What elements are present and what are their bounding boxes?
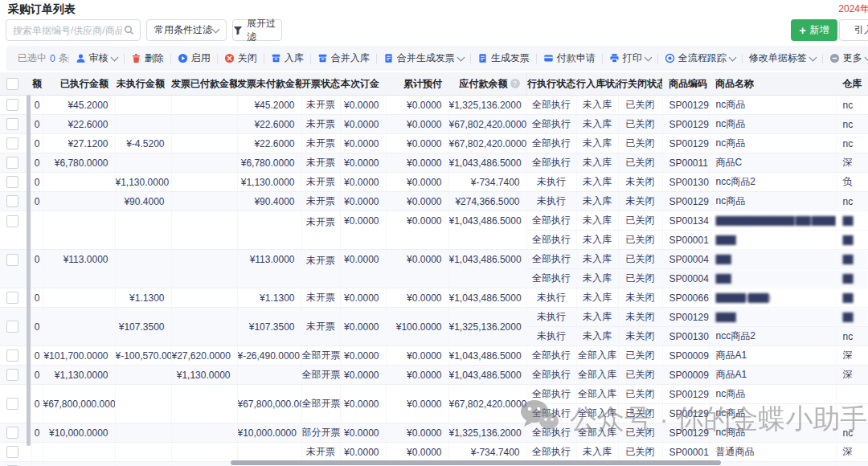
col-header-line_exec: 行执行状态 (526, 72, 576, 96)
toolbar-audit-button[interactable]: 审核 (76, 51, 117, 65)
import-button[interactable]: 引入 (839, 19, 868, 41)
cell-clip (31, 443, 43, 462)
cell-invoice_unpaid: ¥-26,490.0000 (237, 346, 301, 366)
cell-line_inbound: 未入库 (576, 115, 618, 134)
cell-payable_balance: ¥1,043,486.5000 (448, 153, 526, 173)
search-icon[interactable] (124, 25, 140, 35)
row-checkbox[interactable] (6, 254, 18, 266)
expand-filter-button[interactable]: 展开过滤 (232, 19, 282, 41)
plus-icon: + (799, 25, 805, 36)
toolbar-separator (68, 54, 69, 63)
table-row[interactable]: 0¥90.4000¥90.4000未开票¥0.0000¥0.0000¥274,3… (0, 192, 868, 211)
table-row[interactable]: 0¥10,000.0000¥10,000.0000部分开票¥0.0000¥0.0… (0, 423, 868, 443)
table-row[interactable]: 未开票¥0.0000¥0.0000¥-734.7400全部执行未入库已关闭SP0… (0, 443, 868, 462)
cell-clip: 0 (31, 115, 43, 134)
cell-payable_balance: ¥1,325,136.2000 (448, 96, 526, 115)
row-checkbox[interactable] (6, 427, 18, 439)
table-row[interactable]: 0¥27.1200¥-4.5200¥22.6000未开票¥0.0000¥0.00… (0, 134, 868, 153)
table-row[interactable]: 0¥67,800,000.0000¥67,800,000.0000全部开票¥0.… (0, 385, 868, 404)
cell-unexec_amount (115, 96, 171, 115)
table-row[interactable]: 0¥1,130.0000¥1,130.0000全部开票¥0.0000¥0.000… (0, 366, 868, 385)
search-box[interactable] (6, 19, 141, 41)
table-row[interactable]: 0¥1.1300¥1.1300未开票¥0.0000¥0.0000¥1,043,4… (0, 288, 868, 308)
toolbar-full-track-button[interactable]: 全流程跟踪 (665, 51, 735, 65)
cell-invoice_paid (171, 96, 237, 115)
toolbar-print-button[interactable]: 打印 (609, 51, 651, 65)
row-checkbox[interactable] (6, 398, 18, 410)
table-row[interactable]: 0¥101,700.0000¥-100,570.0000¥27,620.0000… (0, 346, 868, 366)
cell-product_name: nc商品 (709, 423, 836, 443)
closec-icon (224, 53, 235, 63)
row-checkbox[interactable] (6, 118, 18, 130)
info-icon[interactable]: ? (510, 79, 520, 88)
row-checkbox[interactable] (6, 99, 18, 111)
table-row[interactable]: 0¥107.3500¥107.3500未开票¥0.0000¥100.0000¥1… (0, 308, 868, 327)
cell-warehouse: ██ (836, 288, 868, 308)
search-input[interactable] (6, 25, 124, 36)
cell-invoice_status: 未开票 (301, 153, 340, 173)
table-row[interactable]: 0¥1,130.0000¥1,130.0000未开票¥0.0000¥0.0000… (0, 173, 868, 192)
selected-count-info: 已选中 0 条 (18, 51, 68, 65)
row-checkbox[interactable] (6, 176, 18, 188)
play-icon (178, 53, 188, 63)
add-button[interactable]: + 新增 (791, 19, 837, 41)
cell-product_name: 普通商品 (709, 443, 836, 462)
cell-clip: 0 (31, 134, 43, 153)
col-header-sel[interactable] (0, 72, 31, 96)
cell-clip: 0 (31, 423, 43, 443)
row-checkbox[interactable] (6, 350, 18, 362)
vertical-scrollbar[interactable] (27, 95, 31, 446)
toolbar-enable-button[interactable]: 启用 (178, 51, 211, 65)
toolbar-more-button[interactable]: 更多 (829, 51, 868, 65)
toolbar-merge-gen-invoice-button[interactable]: 合并生成发票 (383, 51, 464, 65)
toolbar-merge-inbound-button[interactable]: 合并入库 (317, 51, 370, 65)
toolbar-modify-tag-button[interactable]: 修改单据标签 (749, 51, 816, 65)
cell-exec_amount (43, 443, 115, 462)
cell-line_exec: 全部执行 (526, 134, 576, 153)
cell-prepaid: ¥0.0000 (386, 250, 448, 288)
horizontal-scrollbar[interactable] (231, 460, 721, 465)
toolbar-separator (310, 54, 311, 63)
cell-payable_balance: ¥1,325,136.2000 (448, 423, 526, 443)
toolbar-delete-button[interactable]: 删除 (131, 51, 164, 65)
row-checkbox[interactable] (6, 157, 18, 169)
box-icon (271, 53, 281, 63)
row-checkbox[interactable] (6, 215, 18, 227)
bulk-action-toolbar: 已选中 0 条 审核删除启用关闭入库合并入库合并生成发票生成发票付款申请打印全流… (6, 46, 868, 71)
row-checkbox[interactable] (6, 195, 18, 207)
cell-invoice_paid (171, 211, 237, 250)
row-checkbox[interactable] (6, 446, 18, 458)
table-row[interactable]: 未开票¥0.0000¥0.0000¥1,043,486.5000全部执行未入库已… (0, 211, 868, 231)
cell-warehouse: 深 (836, 153, 868, 173)
cell-unexec_amount (115, 366, 171, 385)
purchase-order-list-page: 采购订单列表 2024年 1 常用条件过滤 展开过滤 + 新增 引入 已选中 0… (0, 0, 868, 466)
table-row[interactable]: 0¥22.6000¥22.6000未开票¥0.0000¥0.0000¥67,80… (0, 115, 868, 134)
cell-line_exec: 全部执行 (526, 250, 576, 269)
table-row[interactable]: 0¥6,780.0000¥6,780.0000未开票¥0.0000¥0.0000… (0, 153, 868, 173)
table-row[interactable]: 0¥45.2000¥45.2000未开票¥0.0000¥0.0000¥1,325… (0, 96, 868, 115)
cell-line_exec: 全部执行 (526, 211, 576, 231)
header-checkbox[interactable] (6, 78, 18, 90)
toolbar-inbound-button[interactable]: 入库 (271, 51, 304, 65)
cell-clip: 0 (31, 385, 43, 423)
cell-deposit: ¥0.0000 (340, 115, 386, 134)
cell-warehouse: nc (836, 96, 868, 115)
toolbar-separator (376, 54, 377, 63)
cell-line_close: 已关闭 (618, 134, 662, 153)
toolbar-merge-gen-invoice-label: 合并生成发票 (397, 51, 455, 65)
row-checkbox[interactable] (6, 292, 18, 304)
row-checkbox[interactable] (6, 137, 18, 149)
cell-exec_amount: ¥6,780.0000 (43, 153, 115, 173)
table-row[interactable]: 0¥113.0000¥113.0000未开票¥0.0000¥0.0000¥1,0… (0, 250, 868, 269)
row-checkbox[interactable] (6, 369, 18, 381)
row-checkbox[interactable] (6, 321, 18, 333)
toolbar-payment-request-button[interactable]: 付款申请 (543, 51, 596, 65)
toolbar-modify-tag-label: 修改单据标签 (749, 51, 807, 65)
toolbar-close-button[interactable]: 关闭 (224, 51, 257, 65)
cell-warehouse: nc (836, 192, 868, 211)
invoice-icon (477, 53, 488, 63)
cell-invoice_status: 未开票 (301, 211, 340, 250)
toolbar-gen-invoice-button[interactable]: 生成发票 (477, 51, 530, 65)
quick-filter-dropdown[interactable]: 常用条件过滤 (146, 19, 227, 41)
cell-deposit: ¥0.0000 (340, 153, 386, 173)
